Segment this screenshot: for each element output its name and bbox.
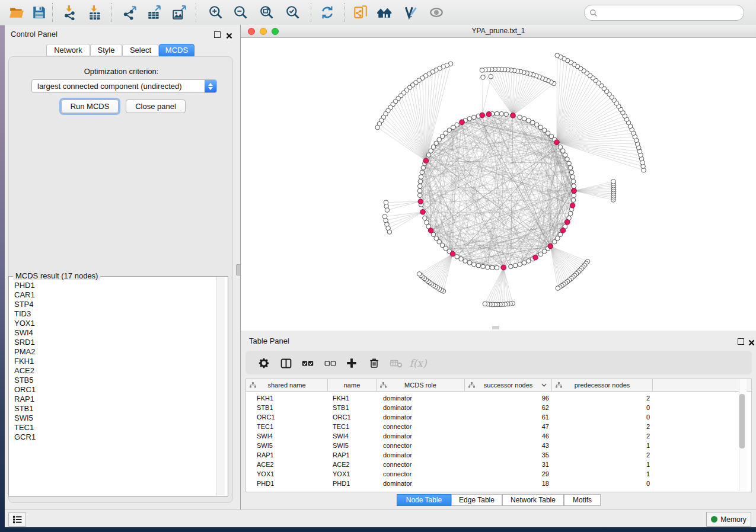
delete-column-trash-icon[interactable] xyxy=(366,355,382,371)
mcds-result-item[interactable]: RAP1 xyxy=(14,395,210,404)
run-mcds-button[interactable]: Run MCDS xyxy=(61,100,119,113)
import-table-icon[interactable] xyxy=(87,4,103,21)
zoom-traffic-light[interactable] xyxy=(272,28,279,35)
column-chooser-icon[interactable] xyxy=(278,355,294,371)
header-mcds-role[interactable]: MCDS role xyxy=(377,379,465,391)
table-row[interactable]: SWI4SWI4dominator462 xyxy=(246,431,751,441)
mcds-result-item[interactable]: STB1 xyxy=(14,404,210,414)
task-history-button[interactable] xyxy=(8,512,26,527)
import-network-icon[interactable] xyxy=(62,4,78,21)
mcds-result-item[interactable]: CAR1 xyxy=(14,290,210,300)
mcds-result-item[interactable]: PMA2 xyxy=(14,347,210,357)
mcds-result-item[interactable]: ORC1 xyxy=(14,385,210,395)
mcds-result-item[interactable]: ACE2 xyxy=(14,366,210,376)
tab-network[interactable]: Network xyxy=(46,44,90,56)
mcds-result-item[interactable]: SWI4 xyxy=(14,328,210,338)
add-column-icon[interactable] xyxy=(344,355,359,371)
table-row[interactable]: YOX1YOX1connector291 xyxy=(246,469,751,479)
table-panel-float-icon[interactable] xyxy=(738,338,744,345)
open-session-icon[interactable] xyxy=(8,4,25,21)
close-traffic-light[interactable] xyxy=(248,28,255,35)
zoom-selected-icon[interactable] xyxy=(285,4,301,21)
table-row[interactable]: STB1STB1dominator620 xyxy=(246,403,751,412)
header-name[interactable]: name xyxy=(328,379,377,391)
search-input[interactable] xyxy=(600,7,744,19)
criterion-select[interactable]: largest connected component (undirected) xyxy=(31,79,217,93)
shared-column-icon xyxy=(468,382,475,388)
function-builder-icon[interactable]: f(x) xyxy=(410,355,426,371)
network-scroll-grip[interactable] xyxy=(492,326,499,329)
select-all-icon[interactable] xyxy=(300,355,315,371)
deselect-all-icon[interactable] xyxy=(323,355,338,371)
export-network-icon[interactable] xyxy=(122,4,139,21)
minimize-traffic-light[interactable] xyxy=(260,28,267,35)
table-row[interactable]: FKH1FKH1dominator962 xyxy=(246,393,751,403)
tab-edge-table[interactable]: Edge Table xyxy=(451,494,502,506)
toolbar-separator xyxy=(111,3,112,22)
tab-motifs[interactable]: Motifs xyxy=(564,494,601,506)
table-toolbar: f(x) xyxy=(245,351,752,374)
show-hide-graphics-icon[interactable] xyxy=(428,4,445,21)
mcds-result-item[interactable]: PHD1 xyxy=(14,281,210,290)
table-cell: connector xyxy=(377,423,465,430)
sort-chevron-icon xyxy=(541,383,547,387)
header-successor-nodes[interactable]: successor nodes xyxy=(465,379,552,391)
header-predecessor-nodes[interactable]: predecessor nodes xyxy=(552,379,653,391)
header-shared-name[interactable]: shared name xyxy=(246,379,328,391)
table-row[interactable]: ACE2ACE2connector311 xyxy=(246,460,751,469)
mcds-result-item[interactable]: STB5 xyxy=(14,376,210,385)
home-icon[interactable] xyxy=(376,4,393,21)
table-scrollbar-thumb[interactable] xyxy=(739,394,745,448)
table-row[interactable]: ORC1ORC1dominator610 xyxy=(246,412,751,422)
zoom-out-icon[interactable] xyxy=(232,4,249,21)
table-cell: connector xyxy=(377,442,465,449)
network-window-titlebar[interactable]: YPA_prune.txt_1 xyxy=(241,25,756,38)
export-image-icon[interactable] xyxy=(171,4,187,21)
zoom-in-icon[interactable] xyxy=(208,4,224,21)
table-cell: PHD1 xyxy=(246,480,328,487)
table-cell: dominator xyxy=(377,395,465,402)
mcds-result-item[interactable]: TEC1 xyxy=(14,423,210,432)
export-table-icon[interactable] xyxy=(146,4,162,21)
table-cell: 1 xyxy=(552,442,653,449)
mcds-result-item[interactable]: STP4 xyxy=(14,300,210,309)
refresh-icon[interactable] xyxy=(319,4,336,21)
memory-button[interactable]: Memory xyxy=(706,512,751,527)
mcds-result-item[interactable]: GCR1 xyxy=(14,432,210,442)
table-row[interactable]: SWI5SWI5connector431 xyxy=(246,441,751,450)
vizmapper-icon[interactable] xyxy=(402,4,419,21)
control-panel-float-icon[interactable] xyxy=(214,31,221,38)
table-row[interactable]: RAP1RAP1dominator352 xyxy=(246,450,751,460)
share-document-icon[interactable] xyxy=(352,4,369,21)
tab-select[interactable]: Select xyxy=(122,44,159,56)
tab-mcds[interactable]: MCDS xyxy=(159,44,194,56)
mcds-result-item[interactable]: FKH1 xyxy=(14,357,210,366)
table-cell: 29 xyxy=(465,470,552,477)
table-settings-gear-icon[interactable] xyxy=(256,355,272,371)
close-panel-button[interactable]: Close panel xyxy=(126,100,186,113)
mcds-list-scrollbar[interactable] xyxy=(216,277,225,495)
table-cell: 0 xyxy=(552,480,653,487)
table-panel-close-icon[interactable] xyxy=(748,338,755,348)
network-view-window: YPA_prune.txt_1 xyxy=(240,25,756,331)
mcds-result-item[interactable]: YOX1 xyxy=(14,319,210,328)
zoom-fit-icon[interactable] xyxy=(259,4,275,21)
table-row[interactable]: PHD1PHD1dominator180 xyxy=(246,479,751,488)
table-row[interactable]: TEC1TEC1connector472 xyxy=(246,422,751,431)
toolbar-separator xyxy=(196,3,196,22)
table-cell: TEC1 xyxy=(246,423,328,430)
control-panel-close-icon[interactable] xyxy=(226,31,232,41)
table-cell: 0 xyxy=(552,414,653,421)
mcds-result-item[interactable]: TID3 xyxy=(14,309,210,319)
mcds-result-item[interactable]: SWI5 xyxy=(14,414,210,423)
table-cell: connector xyxy=(377,461,465,468)
mcds-result-item[interactable]: SRD1 xyxy=(14,338,210,347)
delete-table-icon[interactable] xyxy=(388,355,404,371)
tab-network-table[interactable]: Network Table xyxy=(502,494,564,506)
tab-style[interactable]: Style xyxy=(90,44,122,56)
save-session-icon[interactable] xyxy=(31,4,47,21)
table-cell: 62 xyxy=(465,404,552,411)
tab-node-table[interactable]: Node Table xyxy=(397,494,451,506)
network-canvas[interactable] xyxy=(241,38,756,331)
table-body: FKH1FKH1dominator962STB1STB1dominator620… xyxy=(246,392,751,488)
